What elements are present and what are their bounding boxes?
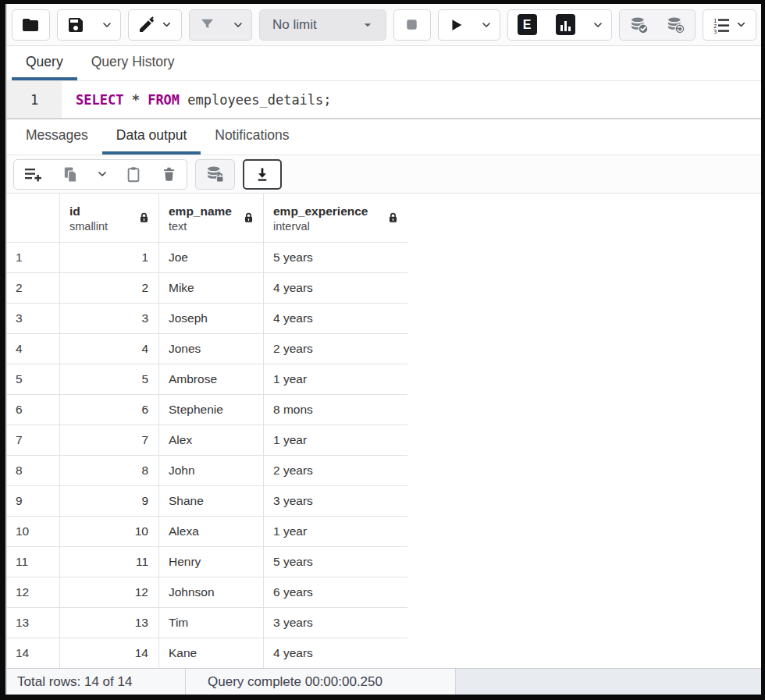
status-bar-filler [456,669,761,695]
cell-id[interactable]: 11 [60,547,159,577]
cell-emp-name[interactable]: Joseph [159,304,264,334]
cell-emp-experience[interactable]: 2 years [264,456,407,486]
cell-emp-name[interactable]: John [159,456,264,486]
cell-emp-name[interactable]: Alex [159,425,264,456]
sql-code-line[interactable]: SELECT * FROM employees_details; [62,81,332,118]
paste-button[interactable] [116,160,151,189]
cell-emp-experience[interactable]: 8 mons [264,395,407,425]
explain-button[interactable]: E [508,10,546,40]
execute-options-button[interactable] [473,10,500,40]
row-number[interactable]: 9 [7,486,60,517]
filter-button[interactable] [190,10,225,40]
cell-emp-experience[interactable]: 4 years [264,273,407,304]
cell-emp-experience[interactable]: 2 years [264,334,407,364]
row-number[interactable]: 13 [7,608,60,638]
save-file-button[interactable] [58,10,94,40]
cell-id[interactable]: 6 [60,395,159,425]
copy-options-button[interactable] [89,160,116,189]
cell-emp-experience[interactable]: 5 years [264,243,407,273]
row-limit-select[interactable]: No limit [259,9,386,41]
cell-emp-name[interactable]: Stephenie [159,395,264,425]
cell-id[interactable]: 3 [60,304,159,334]
cell-emp-name[interactable]: Alexa [159,517,264,547]
execute-button[interactable] [439,10,473,40]
cell-id[interactable]: 4 [60,334,159,364]
cell-id[interactable]: 5 [60,364,159,395]
row-number[interactable]: 6 [7,395,60,425]
cell-emp-name[interactable]: Tim [159,608,264,638]
rollback-button[interactable] [657,10,695,40]
cell-emp-name[interactable]: Jones [159,334,264,364]
cell-emp-experience[interactable]: 1 year [264,364,407,395]
explain-analyze-icon [556,14,575,35]
cell-id[interactable]: 10 [60,517,159,547]
select-all-corner[interactable] [7,194,60,243]
trash-icon [161,165,177,183]
cell-emp-name[interactable]: Shane [159,486,264,517]
row-number[interactable]: 1 [7,243,60,273]
column-type: smallint [69,220,108,233]
cell-emp-experience[interactable]: 4 years [264,638,407,668]
delete-row-button[interactable] [151,160,187,189]
column-header-emp-experience[interactable]: emp_experience interval [264,194,407,243]
cell-emp-name[interactable]: Ambrose [159,364,264,395]
cell-id[interactable]: 2 [60,273,159,304]
cell-id[interactable]: 8 [60,456,159,486]
save-data-button[interactable] [196,160,234,189]
commit-button[interactable] [620,10,657,40]
row-number[interactable]: 8 [7,456,60,486]
stop-button[interactable] [394,10,430,40]
grid-header-row: id smallint emp_name [7,194,407,243]
cell-emp-name[interactable]: Mike [159,273,264,304]
cell-id[interactable]: 12 [60,577,159,608]
tab-data-output[interactable]: Data output [102,119,201,155]
cell-emp-name[interactable]: Henry [159,547,264,577]
row-number[interactable]: 5 [7,364,60,395]
row-number[interactable]: 3 [7,304,60,334]
row-number[interactable]: 7 [7,425,60,456]
cell-emp-name[interactable]: Joe [159,243,264,273]
column-header-emp-name[interactable]: emp_name text [159,194,264,243]
cell-emp-experience[interactable]: 1 year [264,517,407,547]
tab-query[interactable]: Query [12,46,77,80]
cell-id[interactable]: 7 [60,425,159,456]
cell-emp-experience[interactable]: 4 years [264,304,407,334]
column-header-id[interactable]: id smallint [60,194,159,243]
row-number[interactable]: 14 [7,638,60,668]
cell-emp-name[interactable]: Johnson [159,577,264,608]
edit-button[interactable] [129,10,181,40]
cell-id[interactable]: 14 [60,638,159,668]
tab-query-history[interactable]: Query History [77,46,189,80]
caret-down-icon [362,20,373,30]
tab-messages[interactable]: Messages [12,119,102,155]
save-file-group [57,9,121,41]
add-row-button[interactable] [14,160,52,189]
tab-notifications[interactable]: Notifications [201,119,303,155]
row-number[interactable]: 12 [7,577,60,608]
explain-analyze-button[interactable] [546,10,585,40]
cell-id[interactable]: 9 [60,486,159,517]
rollback-icon [666,16,685,34]
sql-editor[interactable]: 1 SELECT * FROM employees_details; [7,81,761,119]
cell-emp-experience[interactable]: 3 years [264,608,407,638]
row-number[interactable]: 2 [7,273,60,304]
open-file-button[interactable] [12,10,49,40]
cell-emp-experience[interactable]: 3 years [264,486,407,517]
cell-emp-experience[interactable]: 5 years [264,547,407,577]
cell-id[interactable]: 13 [60,608,159,638]
download-button[interactable] [244,161,280,188]
cell-emp-name[interactable]: Kane [159,638,264,668]
explain-options-button[interactable] [585,10,611,40]
row-number[interactable]: 4 [7,334,60,364]
chevron-down-icon [232,19,244,31]
cell-id[interactable]: 1 [60,243,159,273]
tab-messages-label: Messages [26,127,88,144]
cell-emp-experience[interactable]: 1 year [264,425,407,456]
save-options-button[interactable] [94,10,120,40]
copy-button[interactable] [52,160,89,189]
filter-options-button[interactable] [225,10,251,40]
row-number[interactable]: 10 [7,517,60,547]
row-number[interactable]: 11 [7,547,60,577]
macro-button[interactable]: 1 2 3 [703,10,756,40]
cell-emp-experience[interactable]: 6 years [264,577,407,608]
